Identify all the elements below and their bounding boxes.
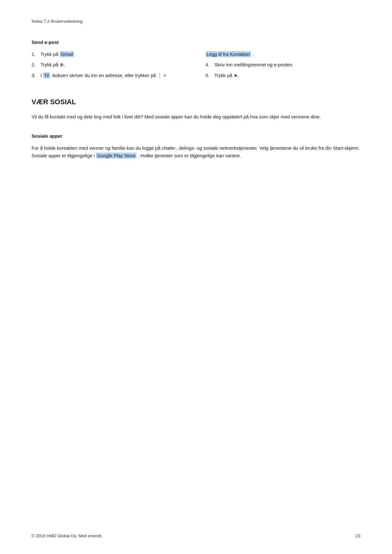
sosiale-apper-paragraph: For å holde kontakten med venner og fami… — [32, 144, 360, 160]
send-epost-section: Send e-post 1. Trykk på Gmail . 2. Trykk… — [32, 39, 360, 82]
legg-til-highlight: Legg til fra Kontakter — [206, 51, 251, 57]
sosiale-apper-text-after: . Hvilke tjenester som er tilgjengelige … — [136, 153, 241, 158]
page-footer: © 2019 HMD Global Oy. Med enerett. 23 — [32, 533, 360, 538]
steps-right-col: Legg til fra Kontakter . 4. Skriv inn me… — [206, 51, 361, 82]
step-2-num: 2. — [32, 61, 40, 68]
steps-layout: 1. Trykk på Gmail . 2. Trykk på ⊕. 3. I … — [32, 51, 360, 82]
step-4-num: 4. — [206, 61, 214, 68]
gmail-highlight: Gmail — [60, 51, 74, 57]
send-epost-title: Send e-post — [32, 39, 360, 45]
step-4: 4. Skriv inn meldingsemnet og e-posten. — [206, 61, 361, 68]
step-3: 3. I Til -boksen skriver du inn en adres… — [32, 72, 187, 79]
steps-left-col: 1. Trykk på Gmail . 2. Trykk på ⊕. 3. I … — [32, 51, 187, 82]
step-5-content: Trykk på ➤. — [214, 72, 361, 79]
step-2-content: Trykk på ⊕. — [40, 61, 187, 68]
google-play-store-highlight: Google Play Store — [96, 153, 136, 159]
step-5-num: 5. — [206, 72, 214, 79]
step-2: 2. Trykk på ⊕. — [32, 61, 187, 68]
vaer-sosial-title: VÆR SOSIAL — [32, 98, 360, 106]
page-header: Nokia 7.2 Brukerveiledning — [32, 19, 360, 24]
step-3-right: Legg til fra Kontakter . — [206, 51, 361, 58]
copyright-text: © 2019 HMD Global Oy. Med enerett. — [32, 533, 102, 538]
sosiale-apper-title: Sosiale apper — [32, 133, 360, 139]
step-4-content: Skriv inn meldingsemnet og e-posten. — [214, 61, 361, 68]
step-3-num: 3. — [32, 72, 40, 79]
header-title: Nokia 7.2 Brukerveiledning — [32, 19, 82, 24]
sosiale-apper-section: Sosiale apper For å holde kontakten med … — [32, 133, 360, 160]
page-number: 23 — [356, 533, 360, 538]
vaer-sosial-section: VÆR SOSIAL Vil du få kontakt med og dele… — [32, 98, 360, 160]
til-highlight: Til — [43, 72, 50, 78]
step-5: 5. Trykk på ➤. — [206, 72, 361, 79]
step-1: 1. Trykk på Gmail . — [32, 51, 187, 58]
step-1-content: Trykk på Gmail . — [40, 51, 187, 58]
step-1-num: 1. — [32, 51, 40, 58]
vaer-sosial-intro: Vil du få kontakt med og dele ting med f… — [32, 113, 360, 121]
step-3-content: I Til -boksen skriver du inn en adresse,… — [40, 72, 187, 79]
page: Nokia 7.2 Brukerveiledning Send e-post 1… — [0, 0, 392, 554]
